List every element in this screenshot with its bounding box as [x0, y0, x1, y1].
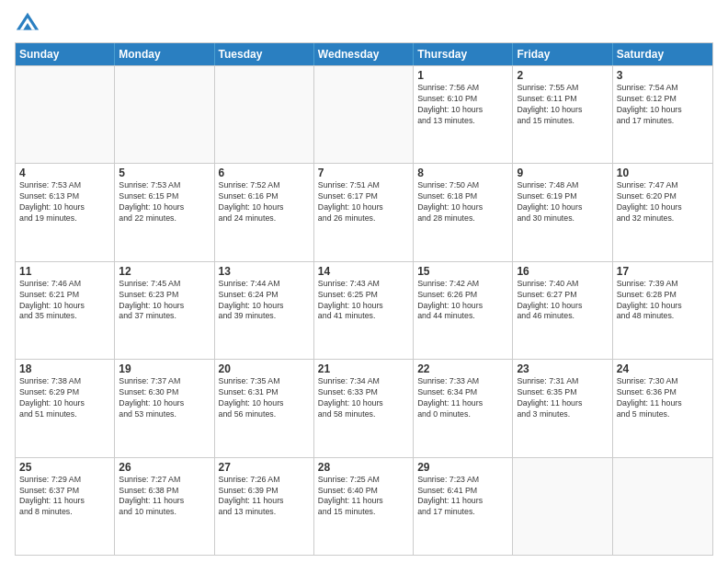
day-number: 2 — [517, 69, 608, 82]
header-cell-monday: Monday — [115, 43, 214, 65]
day-info: Sunrise: 7:25 AM Sunset: 6:40 PM Dayligh… — [318, 475, 409, 519]
calendar-cell: 15Sunrise: 7:42 AM Sunset: 6:26 PM Dayli… — [414, 262, 513, 359]
day-info: Sunrise: 7:55 AM Sunset: 6:11 PM Dayligh… — [517, 83, 608, 127]
day-info: Sunrise: 7:30 AM Sunset: 6:36 PM Dayligh… — [617, 376, 709, 420]
day-info: Sunrise: 7:39 AM Sunset: 6:28 PM Dayligh… — [617, 279, 709, 323]
day-number: 16 — [517, 265, 608, 278]
day-info: Sunrise: 7:38 AM Sunset: 6:29 PM Dayligh… — [19, 376, 110, 420]
header-cell-saturday: Saturday — [613, 43, 712, 65]
day-info: Sunrise: 7:29 AM Sunset: 6:37 PM Dayligh… — [19, 475, 110, 519]
calendar-cell: 3Sunrise: 7:54 AM Sunset: 6:12 PM Daylig… — [613, 66, 712, 163]
day-info: Sunrise: 7:26 AM Sunset: 6:39 PM Dayligh… — [219, 475, 310, 519]
calendar-cell: 5Sunrise: 7:53 AM Sunset: 6:15 PM Daylig… — [115, 164, 214, 260]
calendar-cell: 11Sunrise: 7:46 AM Sunset: 6:21 PM Dayli… — [16, 262, 115, 359]
calendar-row: 25Sunrise: 7:29 AM Sunset: 6:37 PM Dayli… — [16, 457, 712, 555]
day-number: 14 — [318, 265, 409, 278]
calendar-cell — [513, 458, 612, 555]
day-number: 7 — [318, 167, 409, 179]
day-number: 13 — [219, 265, 310, 278]
day-number: 19 — [119, 362, 210, 375]
calendar-cell: 18Sunrise: 7:38 AM Sunset: 6:29 PM Dayli… — [16, 360, 115, 456]
calendar-body: 1Sunrise: 7:56 AM Sunset: 6:10 PM Daylig… — [16, 65, 712, 555]
header-cell-thursday: Thursday — [414, 43, 513, 65]
calendar-cell: 17Sunrise: 7:39 AM Sunset: 6:28 PM Dayli… — [613, 262, 712, 359]
day-info: Sunrise: 7:53 AM Sunset: 6:15 PM Dayligh… — [119, 180, 210, 224]
day-number: 1 — [417, 69, 508, 82]
header-cell-friday: Friday — [513, 43, 612, 65]
day-number: 6 — [219, 167, 310, 179]
day-info: Sunrise: 7:35 AM Sunset: 6:31 PM Dayligh… — [219, 376, 310, 420]
calendar-row: 11Sunrise: 7:46 AM Sunset: 6:21 PM Dayli… — [16, 261, 712, 359]
calendar-cell: 4Sunrise: 7:53 AM Sunset: 6:13 PM Daylig… — [16, 164, 115, 260]
day-info: Sunrise: 7:52 AM Sunset: 6:16 PM Dayligh… — [219, 180, 310, 224]
calendar-row: 1Sunrise: 7:56 AM Sunset: 6:10 PM Daylig… — [16, 65, 712, 163]
calendar-row: 4Sunrise: 7:53 AM Sunset: 6:13 PM Daylig… — [16, 163, 712, 260]
day-info: Sunrise: 7:47 AM Sunset: 6:20 PM Dayligh… — [617, 180, 709, 224]
day-number: 5 — [119, 167, 210, 179]
header — [15, 11, 713, 37]
day-info: Sunrise: 7:31 AM Sunset: 6:35 PM Dayligh… — [517, 376, 608, 420]
day-number: 21 — [318, 362, 409, 375]
day-number: 28 — [318, 461, 409, 474]
day-info: Sunrise: 7:45 AM Sunset: 6:23 PM Dayligh… — [119, 279, 210, 323]
day-info: Sunrise: 7:40 AM Sunset: 6:27 PM Dayligh… — [517, 279, 608, 323]
day-number: 18 — [19, 362, 110, 375]
day-number: 22 — [417, 362, 508, 375]
day-info: Sunrise: 7:37 AM Sunset: 6:30 PM Dayligh… — [119, 376, 210, 420]
calendar-cell: 14Sunrise: 7:43 AM Sunset: 6:25 PM Dayli… — [314, 262, 414, 359]
calendar-row: 18Sunrise: 7:38 AM Sunset: 6:29 PM Dayli… — [16, 359, 712, 456]
day-number: 10 — [617, 167, 709, 179]
calendar-cell: 27Sunrise: 7:26 AM Sunset: 6:39 PM Dayli… — [215, 458, 314, 555]
day-number: 24 — [617, 362, 709, 375]
calendar-cell — [613, 458, 712, 555]
day-number: 8 — [417, 167, 508, 179]
calendar-cell: 24Sunrise: 7:30 AM Sunset: 6:36 PM Dayli… — [613, 360, 712, 456]
day-info: Sunrise: 7:34 AM Sunset: 6:33 PM Dayligh… — [318, 376, 409, 420]
day-number: 3 — [617, 69, 709, 82]
header-cell-sunday: Sunday — [16, 43, 115, 65]
calendar-cell: 10Sunrise: 7:47 AM Sunset: 6:20 PM Dayli… — [613, 164, 712, 260]
day-number: 27 — [219, 461, 310, 474]
calendar-cell — [215, 66, 314, 163]
day-number: 25 — [19, 461, 110, 474]
day-info: Sunrise: 7:33 AM Sunset: 6:34 PM Dayligh… — [417, 376, 508, 420]
calendar-cell: 6Sunrise: 7:52 AM Sunset: 6:16 PM Daylig… — [215, 164, 314, 260]
calendar-cell — [115, 66, 214, 163]
day-info: Sunrise: 7:46 AM Sunset: 6:21 PM Dayligh… — [19, 279, 110, 323]
calendar-cell: 8Sunrise: 7:50 AM Sunset: 6:18 PM Daylig… — [414, 164, 513, 260]
day-number: 29 — [417, 461, 508, 474]
calendar-cell: 23Sunrise: 7:31 AM Sunset: 6:35 PM Dayli… — [513, 360, 612, 456]
day-number: 4 — [19, 167, 110, 179]
day-info: Sunrise: 7:51 AM Sunset: 6:17 PM Dayligh… — [318, 180, 409, 224]
calendar-cell: 2Sunrise: 7:55 AM Sunset: 6:11 PM Daylig… — [513, 66, 612, 163]
calendar-cell: 9Sunrise: 7:48 AM Sunset: 6:19 PM Daylig… — [513, 164, 612, 260]
day-number: 17 — [617, 265, 709, 278]
calendar-cell: 22Sunrise: 7:33 AM Sunset: 6:34 PM Dayli… — [414, 360, 513, 456]
header-cell-tuesday: Tuesday — [215, 43, 314, 65]
day-info: Sunrise: 7:44 AM Sunset: 6:24 PM Dayligh… — [219, 279, 310, 323]
day-number: 20 — [219, 362, 310, 375]
calendar: SundayMondayTuesdayWednesdayThursdayFrid… — [15, 42, 713, 556]
day-number: 12 — [119, 265, 210, 278]
day-number: 23 — [517, 362, 608, 375]
day-info: Sunrise: 7:48 AM Sunset: 6:19 PM Dayligh… — [517, 180, 608, 224]
calendar-cell: 13Sunrise: 7:44 AM Sunset: 6:24 PM Dayli… — [215, 262, 314, 359]
logo-icon — [15, 11, 40, 37]
calendar-cell: 7Sunrise: 7:51 AM Sunset: 6:17 PM Daylig… — [314, 164, 414, 260]
day-info: Sunrise: 7:42 AM Sunset: 6:26 PM Dayligh… — [417, 279, 508, 323]
calendar-cell: 25Sunrise: 7:29 AM Sunset: 6:37 PM Dayli… — [16, 458, 115, 555]
calendar-cell: 16Sunrise: 7:40 AM Sunset: 6:27 PM Dayli… — [513, 262, 612, 359]
calendar-cell — [314, 66, 414, 163]
day-number: 15 — [417, 265, 508, 278]
calendar-cell: 26Sunrise: 7:27 AM Sunset: 6:38 PM Dayli… — [115, 458, 214, 555]
calendar-cell: 12Sunrise: 7:45 AM Sunset: 6:23 PM Dayli… — [115, 262, 214, 359]
calendar-cell: 1Sunrise: 7:56 AM Sunset: 6:10 PM Daylig… — [414, 66, 513, 163]
day-number: 11 — [19, 265, 110, 278]
calendar-cell: 20Sunrise: 7:35 AM Sunset: 6:31 PM Dayli… — [215, 360, 314, 456]
day-info: Sunrise: 7:23 AM Sunset: 6:41 PM Dayligh… — [417, 475, 508, 519]
day-info: Sunrise: 7:43 AM Sunset: 6:25 PM Dayligh… — [318, 279, 409, 323]
calendar-cell — [16, 66, 115, 163]
page: SundayMondayTuesdayWednesdayThursdayFrid… — [0, 0, 728, 563]
day-info: Sunrise: 7:27 AM Sunset: 6:38 PM Dayligh… — [119, 475, 210, 519]
logo — [15, 11, 44, 37]
